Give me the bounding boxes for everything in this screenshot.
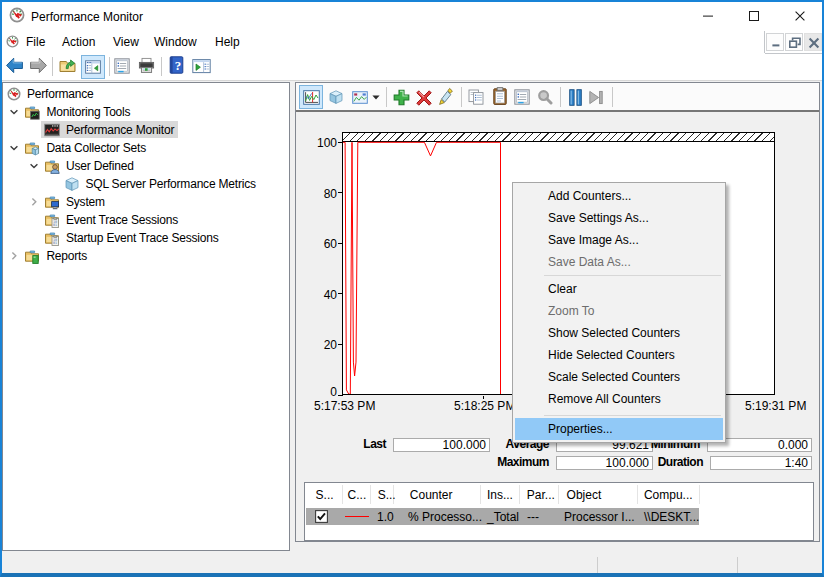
child-window-icon perfmon-gauge-icon[interactable] xyxy=(6,35,19,48)
print-button printer-icon[interactable] xyxy=(138,57,155,74)
add-counters-button plus-icon[interactable] xyxy=(393,89,410,106)
paste-counter-list-button clipboard-icon[interactable] xyxy=(493,87,507,106)
title-bar[interactable]: Performance Monitor xyxy=(2,2,822,30)
column-header[interactable]: S... xyxy=(316,488,334,502)
tree-item-user-defined[interactable]: User Defined xyxy=(3,157,289,175)
tree-item-label[interactable]: Monitoring Tools xyxy=(46,105,130,119)
expander-expanded-icon[interactable] xyxy=(9,107,19,117)
zoom-button magnifier-icon[interactable] xyxy=(537,89,553,105)
console-tree-icon xyxy=(85,59,101,75)
y-axis-label: 100 xyxy=(307,137,337,149)
gauge-icon xyxy=(7,87,21,101)
app-icon perfmon-gauge-icon xyxy=(9,7,25,23)
column-divider[interactable] xyxy=(558,485,559,504)
tree-item-data-collector-sets[interactable]: Data Collector Sets xyxy=(3,139,289,157)
freeze-display-button pause-icon[interactable] xyxy=(569,89,582,106)
minimize-button[interactable] xyxy=(685,2,731,30)
column-header[interactable]: Compu... xyxy=(644,488,693,502)
tree-item-performance[interactable]: Performance xyxy=(3,85,289,103)
menu-view[interactable]: View xyxy=(113,35,139,49)
child-minimize-icon xyxy=(770,37,782,49)
highlight-button highlighter-pen-icon[interactable] xyxy=(438,87,453,106)
context-menu-item-zoom-to[interactable]: Zoom To xyxy=(515,300,723,322)
toolbar-separator xyxy=(612,87,613,107)
tree-item-label[interactable]: System xyxy=(66,195,105,209)
context-menu-item-save-image-as[interactable]: Save Image As... xyxy=(515,229,723,251)
tree-item-reports[interactable]: Reports xyxy=(3,247,289,265)
tree-item-label[interactable]: Reports xyxy=(46,249,87,263)
counter-row selected[interactable]: 1.0 % Processo... _Total --- Processor I… xyxy=(306,508,699,525)
column-divider[interactable] xyxy=(637,485,638,504)
tree-item-label[interactable]: Performance Monitor xyxy=(66,123,174,137)
column-header[interactable]: C... xyxy=(348,488,367,502)
column-header[interactable]: Object xyxy=(567,488,602,502)
context-menu-item-properties[interactable]: Properties... xyxy=(515,418,723,440)
show-hide-action-pane-button action-pane-icon[interactable] xyxy=(192,58,211,74)
column-header[interactable]: Ins... xyxy=(487,488,513,502)
tree-item-monitoring-tools[interactable]: Monitoring Tools xyxy=(3,103,289,121)
tree-item-sql-server-performance-metrics[interactable]: SQL Server Performance Metrics xyxy=(3,175,289,193)
view-log-data-button[interactable] xyxy=(324,85,348,109)
view-current-activity-button[interactable] xyxy=(299,85,323,109)
expander-collapsed-icon[interactable] xyxy=(9,251,19,261)
child-close-button[interactable] xyxy=(804,33,822,51)
back-button back-arrow-icon[interactable] xyxy=(5,56,24,75)
context-menu-item-hide-selected-counters[interactable]: Hide Selected Counters xyxy=(515,344,723,366)
expander-expanded-icon[interactable] xyxy=(9,143,19,153)
y-axis-label: 0 xyxy=(307,386,337,398)
menu-window[interactable]: Window xyxy=(154,35,197,49)
context-menu-item-remove-all-counters[interactable]: Remove All Counters xyxy=(515,388,723,410)
tree-item-label[interactable]: Performance xyxy=(27,87,94,101)
properties-button window-list-icon[interactable] xyxy=(514,89,530,105)
menu-action[interactable]: Action xyxy=(62,35,95,49)
help-button help-icon[interactable] xyxy=(168,56,185,74)
menu-help[interactable]: Help xyxy=(215,35,240,49)
column-divider[interactable] xyxy=(342,485,343,504)
column-header[interactable]: Par... xyxy=(527,488,555,502)
tree-item-startup-event-trace-sessions[interactable]: Startup Event Trace Sessions xyxy=(3,229,289,247)
close-button[interactable] xyxy=(777,2,823,30)
forward-button forward-arrow-icon[interactable] xyxy=(29,56,48,75)
export-list-button window-list-icon[interactable] xyxy=(114,58,130,74)
child-minimize-button[interactable] xyxy=(766,33,784,51)
tree-item-label[interactable]: Event Trace Sessions xyxy=(66,213,178,227)
context-menu-item-clear[interactable]: Clear xyxy=(515,278,723,300)
column-divider[interactable] xyxy=(699,485,700,504)
main-toolbar xyxy=(2,54,822,81)
delete-button red-x-icon[interactable] xyxy=(416,90,432,106)
tree-item-performance-monitor[interactable]: Performance Monitor xyxy=(3,121,289,139)
context-menu-item-add-counters[interactable]: Add Counters... xyxy=(515,185,723,207)
expander-collapsed-icon[interactable] xyxy=(29,197,39,207)
dropdown-arrow-icon[interactable] xyxy=(372,95,380,100)
child-restore-button[interactable] xyxy=(785,33,803,51)
column-header[interactable]: S... xyxy=(378,488,396,502)
column-divider[interactable] xyxy=(370,485,371,504)
column-header[interactable]: Counter xyxy=(410,488,453,502)
context-menu-item-show-selected-counters[interactable]: Show Selected Counters xyxy=(515,322,723,344)
show-hide-console-tree-button[interactable] xyxy=(81,55,105,79)
update-data-button step-forward-icon[interactable] xyxy=(589,90,603,105)
copy-properties-button copy-pages-icon[interactable] xyxy=(468,89,484,105)
tree-item-label[interactable]: Data Collector Sets xyxy=(46,141,146,155)
context-menu-item-scale-selected-counters[interactable]: Scale Selected Counters xyxy=(515,366,723,388)
tree-item-label[interactable]: Startup Event Trace Sessions xyxy=(66,231,218,245)
series-processor-time-line xyxy=(343,142,501,394)
change-graph-type-button[interactable] xyxy=(349,85,383,109)
status-bar-divider xyxy=(737,557,738,573)
context-menu-item-save-data-as[interactable]: Save Data As... xyxy=(515,251,723,273)
expander-expanded-icon[interactable] xyxy=(29,161,39,171)
context-menu-item-save-settings-as[interactable]: Save Settings As... xyxy=(515,207,723,229)
toolbar-separator xyxy=(461,87,462,107)
tree-item-event-trace-sessions[interactable]: Event Trace Sessions xyxy=(3,211,289,229)
menu-file[interactable]: File xyxy=(26,35,45,49)
tree-item-label[interactable]: User Defined xyxy=(66,159,134,173)
value-field-last: 100.000 xyxy=(393,438,490,452)
cell-scale: 1.0 xyxy=(377,510,394,524)
tree-item-system[interactable]: System xyxy=(3,193,289,211)
maximize-button[interactable] xyxy=(731,2,777,30)
show-checkbox checked[interactable] xyxy=(315,510,328,523)
export-folder-button folder-up-icon[interactable] xyxy=(59,57,76,74)
column-divider[interactable] xyxy=(480,485,481,504)
tree-item-label[interactable]: SQL Server Performance Metrics xyxy=(86,177,256,191)
column-divider[interactable] xyxy=(519,485,520,504)
